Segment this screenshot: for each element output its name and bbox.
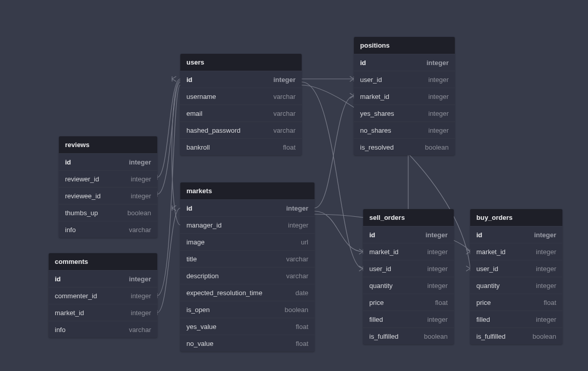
table-row[interactable]: is_resolvedboolean bbox=[354, 138, 455, 155]
table-row[interactable]: idinteger bbox=[363, 226, 454, 243]
table-row[interactable]: infovarchar bbox=[59, 221, 157, 238]
table-header-positions[interactable]: positions bbox=[354, 37, 455, 54]
table-row[interactable]: descriptionvarchar bbox=[180, 267, 314, 284]
col-type: integer bbox=[129, 158, 151, 166]
table-row[interactable]: idinteger bbox=[354, 54, 455, 71]
table-row[interactable]: idinteger bbox=[180, 199, 314, 216]
col-name: id bbox=[186, 204, 193, 212]
col-type: boolean bbox=[285, 306, 308, 314]
col-name: filled bbox=[476, 316, 490, 323]
table-row[interactable]: filledinteger bbox=[470, 311, 562, 327]
table-comments[interactable]: comments idinteger commenter_idinteger m… bbox=[49, 253, 157, 338]
table-row[interactable]: manager_idinteger bbox=[180, 216, 314, 233]
table-header-markets[interactable]: markets bbox=[180, 182, 314, 199]
table-row[interactable]: yes_valuefloat bbox=[180, 318, 314, 335]
table-header-reviews[interactable]: reviews bbox=[59, 136, 157, 153]
col-name: thumbs_up bbox=[65, 209, 98, 217]
table-header-buy-orders[interactable]: buy_orders bbox=[470, 209, 562, 226]
table-row[interactable]: imageurl bbox=[180, 233, 314, 250]
col-type: integer bbox=[131, 292, 151, 300]
table-positions[interactable]: positions idinteger user_idinteger marke… bbox=[354, 37, 455, 155]
table-header-sell-orders[interactable]: sell_orders bbox=[363, 209, 454, 226]
col-name: manager_id bbox=[186, 221, 222, 229]
col-name: reviewer_id bbox=[65, 175, 99, 183]
col-name: market_id bbox=[476, 248, 506, 256]
col-type: integer bbox=[428, 93, 449, 100]
table-row[interactable]: usernamevarchar bbox=[180, 88, 302, 105]
table-header-users[interactable]: users bbox=[180, 54, 302, 71]
col-name: is_open bbox=[186, 306, 210, 314]
col-type: integer bbox=[427, 282, 448, 290]
col-type: varchar bbox=[274, 93, 296, 100]
table-row[interactable]: idinteger bbox=[180, 71, 302, 88]
table-row[interactable]: commenter_idinteger bbox=[49, 287, 157, 304]
table-reviews[interactable]: reviews idinteger reviewer_idinteger rev… bbox=[59, 136, 157, 238]
col-type: integer bbox=[131, 309, 151, 317]
col-name: market_id bbox=[369, 248, 398, 256]
table-row[interactable]: is_fulfilledboolean bbox=[470, 327, 562, 344]
col-name: description bbox=[186, 272, 219, 280]
table-row[interactable]: idinteger bbox=[49, 270, 157, 287]
table-row[interactable]: emailvarchar bbox=[180, 105, 302, 121]
col-type: integer bbox=[428, 76, 449, 84]
col-type: integer bbox=[427, 248, 448, 256]
col-name: id bbox=[65, 158, 71, 166]
col-type: integer bbox=[536, 316, 556, 323]
col-type: varchar bbox=[274, 110, 296, 117]
table-row[interactable]: filledinteger bbox=[363, 311, 454, 327]
col-name: user_id bbox=[369, 265, 391, 273]
col-type: integer bbox=[427, 59, 449, 67]
table-row[interactable]: expected_resolution_timedate bbox=[180, 284, 314, 301]
col-name: is_resolved bbox=[360, 143, 394, 151]
table-row[interactable]: thumbs_upboolean bbox=[59, 204, 157, 221]
col-type: integer bbox=[286, 204, 308, 212]
col-name: info bbox=[55, 326, 66, 334]
col-name: commenter_id bbox=[55, 292, 97, 300]
table-row[interactable]: idinteger bbox=[59, 153, 157, 170]
col-name: expected_resolution_time bbox=[186, 289, 262, 297]
table-row[interactable]: no_valuefloat bbox=[180, 335, 314, 352]
table-row[interactable]: no_sharesinteger bbox=[354, 121, 455, 138]
table-row[interactable]: user_idinteger bbox=[354, 71, 455, 88]
col-name: quantity bbox=[476, 282, 500, 290]
table-row[interactable]: reviewer_idinteger bbox=[59, 170, 157, 187]
col-name: user_id bbox=[360, 76, 382, 84]
table-row[interactable]: idinteger bbox=[470, 226, 562, 243]
col-name: image bbox=[186, 238, 204, 246]
col-name: market_id bbox=[360, 93, 389, 100]
table-row[interactable]: market_idinteger bbox=[354, 88, 455, 105]
col-type: varchar bbox=[286, 255, 308, 263]
table-row[interactable]: quantityinteger bbox=[363, 277, 454, 294]
table-row[interactable]: user_idinteger bbox=[470, 260, 562, 277]
col-name: no_shares bbox=[360, 127, 391, 134]
table-row[interactable]: quantityinteger bbox=[470, 277, 562, 294]
col-type: float bbox=[296, 323, 308, 331]
table-row[interactable]: is_openboolean bbox=[180, 301, 314, 318]
table-row[interactable]: is_fulfilledboolean bbox=[363, 327, 454, 344]
table-row[interactable]: hashed_passwordvarchar bbox=[180, 121, 302, 138]
table-users[interactable]: users idinteger usernamevarchar emailvar… bbox=[180, 54, 302, 155]
col-type: integer bbox=[426, 231, 448, 239]
table-row[interactable]: market_idinteger bbox=[49, 304, 157, 321]
table-row[interactable]: user_idinteger bbox=[363, 260, 454, 277]
col-type: integer bbox=[536, 282, 556, 290]
table-buy-orders[interactable]: buy_orders idinteger market_idinteger us… bbox=[470, 209, 562, 344]
col-type: float bbox=[435, 299, 448, 306]
table-row[interactable]: pricefloat bbox=[470, 294, 562, 311]
col-type: varchar bbox=[286, 272, 308, 280]
table-row[interactable]: yes_sharesinteger bbox=[354, 105, 455, 121]
col-type: integer bbox=[131, 192, 151, 200]
table-row[interactable]: reviewee_idinteger bbox=[59, 187, 157, 204]
table-sell-orders[interactable]: sell_orders idinteger market_idinteger u… bbox=[363, 209, 454, 344]
table-row[interactable]: market_idinteger bbox=[363, 243, 454, 260]
table-row[interactable]: market_idinteger bbox=[470, 243, 562, 260]
col-name: filled bbox=[369, 316, 383, 323]
table-row[interactable]: pricefloat bbox=[363, 294, 454, 311]
table-row[interactable]: infovarchar bbox=[49, 321, 157, 338]
col-name: user_id bbox=[476, 265, 498, 273]
table-row[interactable]: titlevarchar bbox=[180, 250, 314, 267]
col-type: integer bbox=[288, 221, 308, 229]
table-header-comments[interactable]: comments bbox=[49, 253, 157, 270]
table-row[interactable]: bankrollfloat bbox=[180, 138, 302, 155]
table-markets[interactable]: markets idinteger manager_idinteger imag… bbox=[180, 182, 314, 352]
